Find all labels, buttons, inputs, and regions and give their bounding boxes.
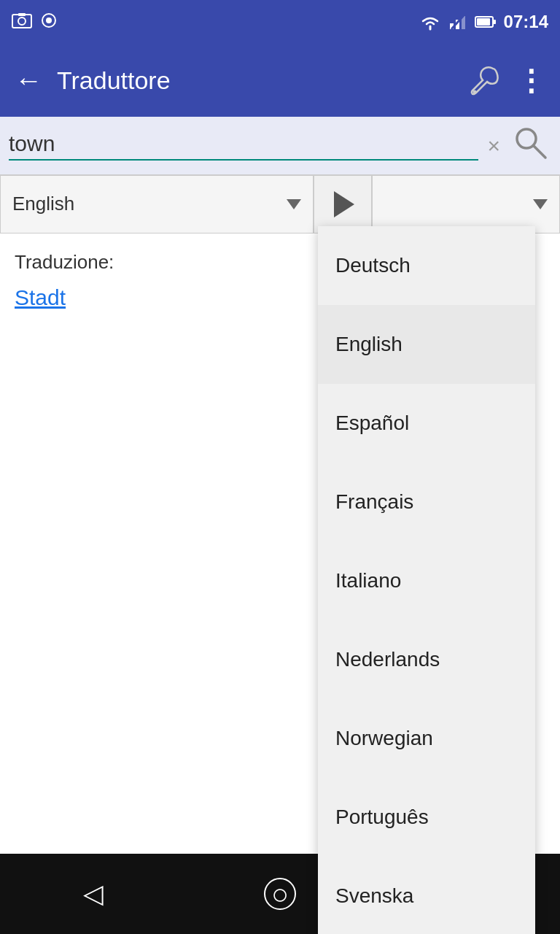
status-bar-right: 07:14 [419, 12, 548, 32]
wrench-button[interactable] [465, 63, 499, 99]
more-button[interactable]: ⋮ [516, 63, 545, 97]
home-nav-button[interactable]: ○ [254, 868, 306, 919]
lang-option-nederlands[interactable]: Nederlands [318, 620, 535, 699]
svg-point-1 [18, 18, 26, 25]
svg-point-12 [473, 90, 477, 93]
swap-button[interactable] [314, 175, 372, 234]
wifi-icon [419, 13, 441, 31]
search-button[interactable] [509, 121, 551, 170]
wrench-icon [465, 63, 499, 96]
photo-icon [12, 12, 32, 32]
app-bar-actions: ⋮ [465, 63, 545, 99]
lang-option-francais[interactable]: Français [318, 463, 535, 541]
lang-option-portugues[interactable]: Português [318, 778, 535, 857]
back-nav-icon: ◁ [83, 879, 104, 909]
search-input[interactable] [9, 131, 478, 161]
source-language-dropdown[interactable]: English [0, 175, 314, 234]
lang-option-deutsch[interactable]: Deutsch [318, 226, 535, 305]
lang-option-norwegian[interactable]: Norwegian [318, 699, 535, 778]
back-button[interactable]: ← [15, 65, 42, 96]
back-nav-button[interactable]: ◁ [68, 868, 119, 919]
lang-option-italiano[interactable]: Italiano [318, 541, 535, 620]
svg-rect-10 [493, 20, 496, 24]
record-icon [41, 12, 57, 32]
search-bar: × [0, 117, 560, 175]
home-nav-icon: ○ [264, 878, 296, 910]
app-bar-title: Traduttore [57, 66, 451, 95]
status-bar-left [12, 12, 57, 32]
svg-rect-0 [12, 15, 31, 28]
target-language-dropdown[interactable] [372, 175, 560, 234]
svg-rect-11 [477, 18, 490, 26]
svg-line-14 [534, 146, 545, 158]
target-dropdown-arrow-icon [533, 199, 548, 209]
lang-option-espanol[interactable]: Español [318, 384, 535, 463]
status-bar: 07:14 [0, 0, 560, 44]
app-bar: ← Traduttore ⋮ [0, 44, 560, 117]
svg-rect-2 [18, 13, 26, 16]
search-icon [512, 124, 548, 161]
source-language-label: English [12, 193, 287, 215]
play-icon [334, 191, 354, 217]
language-row: English [0, 175, 560, 234]
lang-option-english[interactable]: English [318, 305, 535, 384]
battery-icon [475, 15, 497, 29]
time-display: 07:14 [504, 12, 548, 32]
source-dropdown-arrow-icon [287, 199, 301, 209]
svg-point-4 [46, 18, 52, 23]
signal-icon [448, 13, 467, 31]
language-dropdown-overlay: Deutsch English Español Français Italian… [318, 226, 535, 934]
clear-button[interactable]: × [484, 131, 503, 161]
lang-option-svenska[interactable]: Svenska [318, 857, 535, 934]
